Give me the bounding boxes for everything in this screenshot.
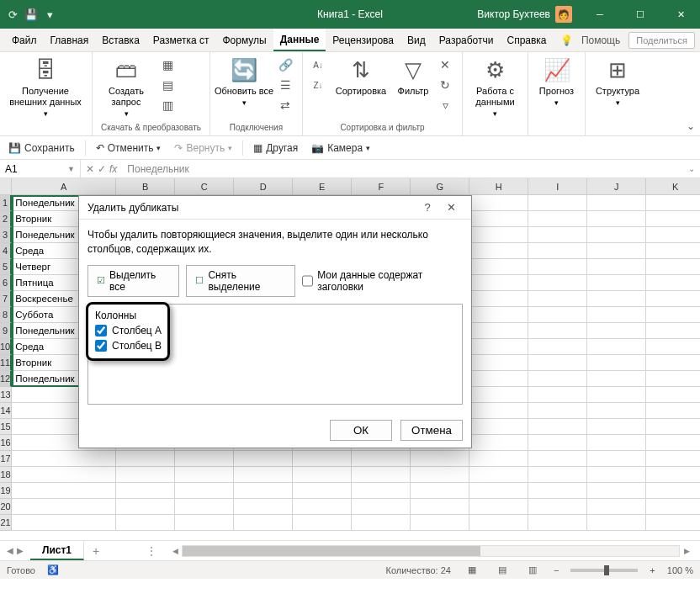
- cell[interactable]: [646, 515, 700, 531]
- cell[interactable]: [646, 387, 700, 403]
- cell[interactable]: [234, 451, 293, 467]
- cell[interactable]: [587, 291, 646, 307]
- cell[interactable]: [646, 323, 700, 339]
- from-table-button[interactable]: ▤: [158, 76, 177, 94]
- select-all-corner[interactable]: [0, 178, 12, 195]
- cell[interactable]: [12, 483, 116, 499]
- cell[interactable]: [175, 467, 234, 483]
- cell[interactable]: [469, 243, 528, 259]
- cell[interactable]: [469, 371, 528, 387]
- reapply-button[interactable]: ↻: [436, 76, 454, 94]
- cell[interactable]: [175, 515, 234, 531]
- cell[interactable]: [587, 195, 646, 211]
- row-header[interactable]: 10: [0, 339, 12, 355]
- undo-button[interactable]: ↶Отменить▾: [93, 140, 165, 156]
- ribbon-tab-рецензирова[interactable]: Рецензирова: [326, 29, 400, 51]
- cancel-formula-icon[interactable]: ✕: [86, 163, 94, 175]
- cell[interactable]: [528, 355, 587, 371]
- cell[interactable]: [528, 435, 587, 451]
- ribbon-tab-вставка[interactable]: Вставка: [95, 29, 146, 51]
- cell[interactable]: [587, 371, 646, 387]
- external-data-button[interactable]: 🗄Получение внешних данных▾: [3, 54, 88, 119]
- save-button[interactable]: 💾Сохранить: [5, 140, 78, 156]
- show-queries-button[interactable]: ▦: [158, 56, 177, 74]
- ribbon-tab-файл[interactable]: Файл: [5, 29, 44, 51]
- cell[interactable]: [469, 419, 528, 435]
- cell[interactable]: [646, 339, 700, 355]
- page-break-view-button[interactable]: ▥: [523, 563, 542, 578]
- cell[interactable]: [411, 515, 469, 531]
- row-header[interactable]: 20: [0, 499, 12, 515]
- ribbon-tab-формулы[interactable]: Формулы: [216, 29, 273, 51]
- cell[interactable]: [587, 243, 646, 259]
- cell[interactable]: [234, 515, 293, 531]
- cell[interactable]: [469, 259, 528, 275]
- cell[interactable]: [528, 419, 587, 435]
- cell[interactable]: [411, 499, 469, 515]
- cell[interactable]: [469, 291, 528, 307]
- ribbon-tab-данные[interactable]: Данные: [273, 29, 326, 51]
- column-header[interactable]: F: [352, 178, 411, 195]
- cell[interactable]: [528, 515, 587, 531]
- cell[interactable]: [587, 227, 646, 243]
- cell[interactable]: [587, 419, 646, 435]
- recent-sources-button[interactable]: ▥: [158, 96, 177, 114]
- row-header[interactable]: 17: [0, 451, 12, 467]
- cell[interactable]: [469, 467, 528, 483]
- cell[interactable]: [528, 371, 587, 387]
- cell[interactable]: [646, 195, 700, 211]
- refresh-all-button[interactable]: 🔄Обновить все▾: [214, 54, 274, 108]
- zoom-slider[interactable]: [570, 569, 638, 572]
- cell[interactable]: [469, 435, 528, 451]
- sheet-tab-active[interactable]: Лист1: [30, 541, 84, 560]
- cell[interactable]: [646, 243, 700, 259]
- cell[interactable]: [528, 339, 587, 355]
- cell[interactable]: [528, 467, 587, 483]
- cell[interactable]: [646, 419, 700, 435]
- cell[interactable]: [411, 451, 469, 467]
- cell[interactable]: [12, 467, 116, 483]
- chevron-down-icon[interactable]: ▼: [67, 165, 75, 173]
- cell[interactable]: [528, 323, 587, 339]
- row-header[interactable]: 19: [0, 483, 12, 499]
- cell[interactable]: [175, 451, 234, 467]
- cell[interactable]: [587, 435, 646, 451]
- autosave-icon[interactable]: ⟳: [5, 7, 20, 22]
- connections-button[interactable]: 🔗: [276, 56, 294, 74]
- cell[interactable]: [352, 483, 411, 499]
- cell[interactable]: [587, 387, 646, 403]
- sort-button[interactable]: ⇅Сортировка: [331, 54, 390, 97]
- row-header[interactable]: 3: [0, 227, 12, 243]
- cell[interactable]: [12, 499, 116, 515]
- ribbon-tab-вид[interactable]: Вид: [400, 29, 432, 51]
- add-sheet-button[interactable]: +: [84, 544, 108, 558]
- cell[interactable]: [528, 387, 587, 403]
- row-header[interactable]: 16: [0, 435, 12, 451]
- sheet-nav-next[interactable]: ▶: [17, 546, 24, 555]
- row-header[interactable]: 9: [0, 323, 12, 339]
- close-button[interactable]: ✕: [661, 0, 700, 29]
- cell[interactable]: [116, 451, 175, 467]
- cell[interactable]: [528, 307, 587, 323]
- cell[interactable]: [587, 259, 646, 275]
- column-header[interactable]: H: [469, 178, 528, 195]
- cell[interactable]: [352, 515, 411, 531]
- cell[interactable]: [469, 515, 528, 531]
- help-label[interactable]: Помощь: [581, 34, 620, 46]
- sheet-nav-prev[interactable]: ◀: [7, 546, 13, 555]
- cell[interactable]: [469, 403, 528, 419]
- cell[interactable]: [587, 403, 646, 419]
- cell[interactable]: [116, 483, 175, 499]
- column-header[interactable]: A: [12, 178, 116, 195]
- filter-button[interactable]: ▽Фильтр: [392, 54, 434, 97]
- row-header[interactable]: 12: [0, 371, 12, 387]
- cell[interactable]: [528, 275, 587, 291]
- cell[interactable]: [293, 499, 352, 515]
- camera-button[interactable]: 📷Камера▾: [308, 140, 374, 156]
- forecast-button[interactable]: 📈Прогноз▾: [532, 54, 581, 108]
- headers-checkbox[interactable]: Мои данные содержат заголовки: [302, 269, 463, 293]
- cell[interactable]: [469, 307, 528, 323]
- cell[interactable]: [646, 211, 700, 227]
- cell[interactable]: [12, 515, 116, 531]
- row-header[interactable]: 18: [0, 467, 12, 483]
